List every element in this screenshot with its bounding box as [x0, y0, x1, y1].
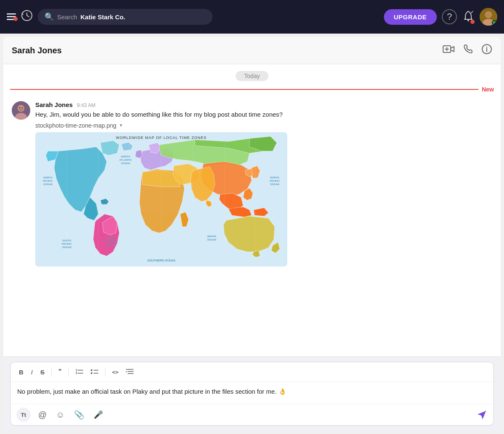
history-icon[interactable]: [21, 10, 33, 24]
bold-button[interactable]: B: [16, 367, 26, 377]
attachment-dropdown-icon[interactable]: ▼: [119, 123, 123, 128]
help-icon[interactable]: ?: [442, 9, 457, 24]
main-content: Sarah Jones: [3, 37, 501, 431]
today-badge: Today: [236, 71, 268, 81]
attachment-label[interactable]: stockphoto-time-zone-map.png ▼: [35, 122, 492, 129]
avatar: [12, 101, 30, 120]
search-bar[interactable]: 🔍 Search Katie Stark Co.: [38, 9, 213, 25]
menu-icon[interactable]: [7, 13, 16, 20]
messages-area[interactable]: Today New: [3, 64, 501, 356]
svg-point-20: [19, 107, 21, 109]
svg-text:OCEAN: OCEAN: [106, 244, 116, 246]
new-message-separator: New: [3, 84, 501, 98]
menu-notification-dot: [13, 17, 18, 21]
svg-text:NORTH: NORTH: [43, 176, 52, 179]
user-avatar[interactable]: [480, 8, 497, 26]
table-row: Sarah Jones 9:43 AM Hey, Jim, would you …: [3, 98, 501, 268]
new-label: New: [482, 86, 494, 93]
search-label: Search: [57, 13, 77, 21]
top-nav: 🔍 Search Katie Stark Co. UPGRADE ?: [0, 0, 504, 34]
svg-point-15: [486, 47, 487, 47]
notifications-button[interactable]: [462, 10, 475, 24]
header-actions: [443, 44, 492, 57]
compose-footer: Tt @ ☺ 📎 🎤: [10, 404, 494, 425]
message-text: Hey, Jim, would you be able to do someth…: [35, 110, 492, 120]
svg-text:OCEAN: OCEAN: [270, 183, 279, 186]
text-format-button[interactable]: Tt: [16, 408, 31, 422]
svg-text:OCEAN: OCEAN: [121, 162, 130, 165]
svg-text:PACIFIC: PACIFIC: [270, 180, 280, 182]
compose-area: B I S " 1 2: [3, 356, 501, 431]
svg-text:ATLANTIC: ATLANTIC: [119, 159, 132, 161]
svg-text:PACIFIC: PACIFIC: [43, 180, 53, 182]
code-button[interactable]: <>: [110, 368, 121, 376]
message-header: Sarah Jones 9:43 AM: [35, 101, 492, 108]
svg-text:SOUTH: SOUTH: [107, 237, 116, 240]
search-icon: 🔍: [45, 12, 54, 21]
map-image: WORLDWIDE MAP OF LOCAL TIME ZONES: [35, 132, 287, 267]
svg-point-21: [22, 107, 23, 109]
svg-text:WORLDWIDE MAP OF LOCAL TIME ZO: WORLDWIDE MAP OF LOCAL TIME ZONES: [116, 136, 207, 140]
svg-text:INDIAN: INDIAN: [207, 235, 216, 238]
svg-point-53: [91, 369, 92, 371]
compose-box: B I S " 1 2: [10, 362, 494, 426]
mention-button[interactable]: @: [37, 408, 48, 421]
toolbar-separator-3: [105, 368, 105, 376]
online-status-dot: [492, 20, 497, 25]
video-call-icon[interactable]: [443, 44, 454, 56]
message-sender: Sarah Jones: [35, 101, 73, 108]
compose-toolbar: B I S " 1 2: [10, 362, 494, 382]
upgrade-button[interactable]: UPGRADE: [384, 9, 437, 25]
message-input[interactable]: No problem, just make an official task o…: [10, 382, 494, 404]
voice-button[interactable]: 🎤: [92, 408, 105, 421]
notification-dot: [470, 20, 475, 24]
svg-text:ATLANTIC: ATLANTIC: [105, 241, 117, 243]
svg-text:OCEAN: OCEAN: [207, 238, 216, 241]
svg-text:NORTH: NORTH: [270, 176, 279, 179]
info-icon[interactable]: [481, 44, 492, 57]
phone-call-icon[interactable]: [463, 44, 473, 57]
svg-point-4: [467, 20, 469, 21]
bullet-list-button[interactable]: [88, 366, 101, 377]
indent-button[interactable]: [123, 366, 136, 377]
svg-text:1: 1: [76, 369, 77, 371]
svg-text:OCEAN: OCEAN: [62, 246, 71, 248]
strikethrough-button[interactable]: S: [38, 367, 47, 377]
italic-button[interactable]: I: [29, 367, 35, 377]
svg-text:SOUTH: SOUTH: [63, 239, 71, 242]
new-line: [10, 89, 478, 90]
today-badge-wrap: Today: [3, 64, 501, 84]
svg-point-9: [486, 12, 491, 18]
svg-text:PACIFIC: PACIFIC: [62, 243, 72, 245]
svg-text:2: 2: [76, 371, 77, 374]
toolbar-separator-2: [68, 368, 69, 376]
chat-header: Sarah Jones: [3, 37, 501, 64]
svg-point-55: [91, 372, 92, 374]
quote-button[interactable]: ": [56, 367, 64, 377]
attachment-button[interactable]: 📎: [72, 408, 86, 421]
svg-text:SOUTHERN OCEAN: SOUTHERN OCEAN: [147, 259, 176, 262]
emoji-button[interactable]: ☺: [54, 408, 66, 421]
send-button[interactable]: [477, 409, 488, 420]
toolbar-separator-1: [51, 368, 52, 376]
message-time: 9:43 AM: [77, 102, 95, 108]
svg-point-19: [18, 105, 24, 112]
svg-rect-0: [7, 13, 16, 15]
svg-text:NORTH: NORTH: [121, 155, 130, 158]
svg-text:OCEAN: OCEAN: [43, 183, 52, 186]
contact-name: Sarah Jones: [12, 46, 443, 55]
sender-avatar-image: [12, 101, 30, 120]
numbered-list-button[interactable]: 1 2: [73, 366, 86, 377]
message-body: Sarah Jones 9:43 AM Hey, Jim, would you …: [35, 101, 492, 267]
search-workspace: Katie Stark Co.: [81, 13, 126, 21]
attachment-filename: stockphoto-time-zone-map.png: [35, 122, 116, 129]
